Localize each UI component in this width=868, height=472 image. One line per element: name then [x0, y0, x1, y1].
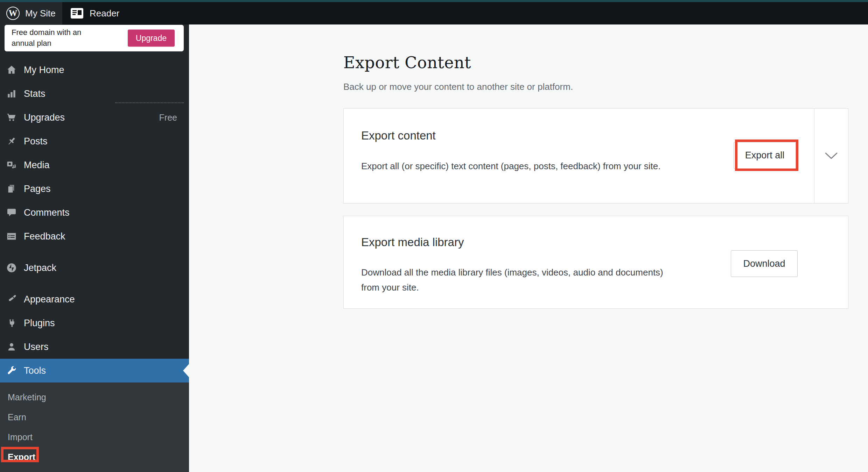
download-button[interactable]: Download	[731, 250, 798, 277]
my-site-tab[interactable]: W My Site	[0, 2, 62, 24]
pushpin-icon	[6, 135, 18, 147]
masthead: W My Site Reader	[0, 2, 868, 24]
submenu-item-label: Marketing	[8, 392, 46, 402]
sidebar-item-users[interactable]: Users	[0, 335, 189, 359]
sidebar-item-label: Pages	[24, 184, 51, 194]
sidebar-item-stats[interactable]: Stats	[0, 82, 189, 106]
card-title: Export media library	[361, 236, 464, 249]
stats-icon	[6, 88, 18, 100]
cart-icon	[6, 112, 18, 123]
export-media-card: Export media library Download all the me…	[343, 216, 848, 309]
submenu-item-label: Export	[8, 452, 35, 462]
sidebar-item-tools[interactable]: Tools	[0, 359, 189, 382]
sidebar-item-label: Tools	[24, 365, 46, 376]
card-title: Export content	[361, 129, 436, 142]
comment-icon	[6, 207, 18, 219]
reader-tab[interactable]: Reader	[71, 2, 119, 24]
page-title: Export Content	[343, 53, 471, 72]
sidebar-item-label: Feedback	[24, 231, 65, 242]
wrench-icon	[6, 365, 18, 377]
submenu-item-earn[interactable]: Earn	[0, 407, 189, 427]
sidebar-item-label: My Home	[24, 65, 64, 76]
sidebar-item-label: Users	[24, 342, 49, 352]
sidebar: Free domain with an annual plan Upgrade …	[0, 24, 189, 472]
sidebar-item-label: Appearance	[24, 294, 75, 305]
wordpress-logo-icon: W	[6, 7, 20, 20]
plug-icon	[6, 317, 18, 329]
main-content: Export Content Back up or move your cont…	[189, 24, 868, 472]
sidebar-item-label: Comments	[24, 207, 70, 218]
sidebar-item-media[interactable]: Media	[0, 153, 189, 177]
chevron-down-icon	[825, 152, 838, 160]
tools-submenu: Marketing Earn Import Export	[0, 382, 189, 472]
export-all-button[interactable]: Export all	[734, 142, 796, 169]
card-description: Download all the media library files (im…	[361, 265, 666, 295]
home-icon	[6, 64, 18, 76]
sidebar-item-appearance[interactable]: Appearance	[0, 287, 189, 311]
reader-label: Reader	[90, 8, 119, 19]
sidebar-item-pages[interactable]: Pages	[0, 177, 189, 201]
wordpress-admin-screen: W My Site Reader Free domain with an ann…	[0, 0, 868, 472]
sidebar-item-plugins[interactable]: Plugins	[0, 311, 189, 335]
upgrade-banner: Free domain with an annual plan Upgrade	[5, 25, 184, 51]
sidebar-item-label: Jetpack	[24, 263, 56, 273]
sidebar-item-label: Posts	[24, 136, 48, 147]
selected-item-notch	[183, 364, 189, 377]
my-site-label: My Site	[25, 8, 56, 19]
sidebar-item-label: Upgrades	[24, 112, 65, 123]
jetpack-icon	[6, 262, 18, 274]
page-subtitle: Back up or move your content to another …	[343, 81, 573, 92]
sidebar-item-comments[interactable]: Comments	[0, 201, 189, 224]
feedback-icon	[6, 230, 18, 242]
reader-icon	[71, 8, 83, 19]
sidebar-item-upgrades[interactable]: Upgrades Free	[0, 106, 189, 129]
pages-icon	[6, 183, 18, 195]
upgrade-banner-text: Free domain with an annual plan	[12, 27, 99, 49]
card-expander[interactable]	[814, 109, 848, 203]
brush-icon	[6, 293, 18, 305]
sidebar-item-jetpack[interactable]: Jetpack	[0, 256, 189, 280]
submenu-item-export[interactable]: Export	[0, 447, 189, 467]
sidebar-item-label: Stats	[24, 88, 46, 99]
export-content-card: Export content Export all (or specific) …	[343, 108, 848, 203]
sidebar-item-posts[interactable]: Posts	[0, 129, 189, 153]
submenu-item-import[interactable]: Import	[0, 427, 189, 447]
sidebar-item-label: Plugins	[24, 318, 55, 329]
upgrade-button[interactable]: Upgrade	[128, 30, 175, 47]
sidebar-item-my-home[interactable]: My Home	[0, 58, 189, 82]
plan-badge: Free	[159, 113, 177, 123]
card-description: Export all (or specific) text content (p…	[361, 159, 666, 174]
user-icon	[6, 341, 18, 353]
sidebar-nav: My Home Stats Upgrades Free Posts	[0, 58, 189, 382]
submenu-item-label: Import	[8, 432, 33, 442]
submenu-item-label: Earn	[8, 412, 26, 422]
media-icon	[6, 159, 18, 171]
submenu-item-marketing[interactable]: Marketing	[0, 387, 189, 407]
sidebar-item-feedback[interactable]: Feedback	[0, 224, 189, 248]
sidebar-item-label: Media	[24, 160, 50, 171]
